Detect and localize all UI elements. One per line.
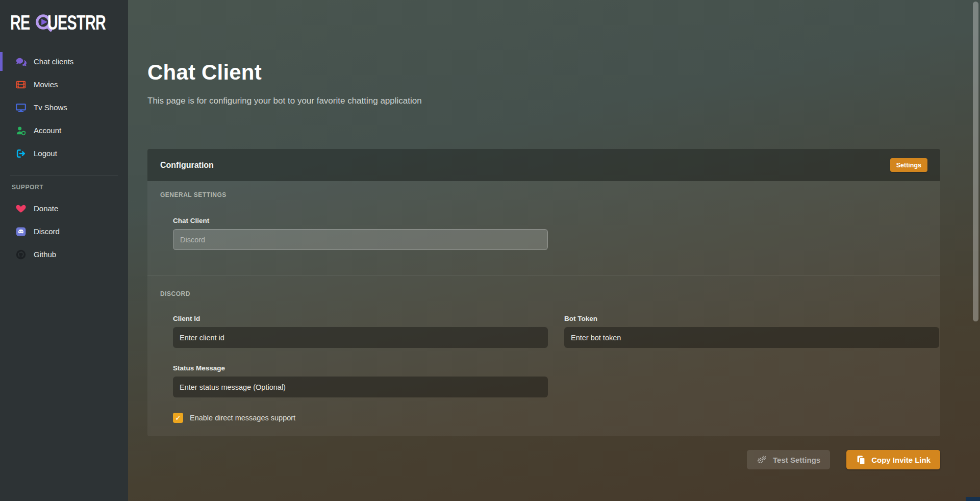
sidebar-item-label: Chat clients — [34, 57, 73, 66]
bot-token-field-group: Bot Token — [564, 315, 939, 348]
dm-support-label: Enable direct messages support — [190, 414, 295, 422]
sidebar: RE UESTRR Chat clients — [0, 0, 128, 501]
sidebar-item-label: Donate — [34, 204, 58, 213]
sidebar-item-label: Github — [34, 250, 56, 259]
copy-icon — [856, 455, 866, 465]
logo-text-pre: RE — [10, 12, 30, 33]
section-divider — [147, 275, 940, 275]
discord-icon — [15, 226, 27, 237]
sidebar-item-account[interactable]: Account — [0, 119, 128, 142]
page-subtitle: This page is for configuring your bot to… — [147, 96, 940, 106]
sidebar-divider — [10, 175, 118, 176]
sidebar-item-github[interactable]: Github — [0, 243, 128, 266]
sidebar-item-label: Tv Shows — [34, 103, 67, 112]
page-title: Chat Client — [147, 0, 940, 85]
sidebar-item-discord[interactable]: Discord — [0, 220, 128, 243]
dm-support-checkbox[interactable] — [173, 413, 183, 423]
sidebar-item-tv-shows[interactable]: Tv Shows — [0, 96, 128, 119]
support-section-header: SUPPORT — [0, 184, 128, 191]
copy-invite-link-button[interactable]: Copy Invite Link — [846, 450, 940, 469]
sidebar-item-donate[interactable]: Donate — [0, 197, 128, 220]
film-icon — [15, 79, 27, 90]
test-settings-label: Test Settings — [773, 456, 820, 464]
dm-support-row: Enable direct messages support — [173, 413, 938, 423]
sidebar-nav: Chat clients Movies — [0, 50, 128, 165]
user-shield-icon — [15, 125, 27, 136]
client-id-field-group: Client Id — [173, 315, 548, 348]
configuration-card-header: Configuration Settings — [147, 149, 940, 181]
sign-out-icon — [15, 148, 27, 159]
client-id-label: Client Id — [173, 315, 548, 322]
gears-icon — [757, 455, 767, 465]
chat-client-select[interactable] — [173, 229, 548, 250]
sidebar-item-label: Account — [34, 126, 61, 135]
discord-section-title: Discord — [160, 290, 927, 297]
settings-button[interactable]: Settings — [890, 158, 927, 172]
tv-icon — [15, 102, 27, 113]
logo-text-post: UESTRR — [47, 12, 106, 33]
vertical-scrollbar-thumb[interactable] — [973, 2, 978, 321]
action-buttons-row: Test Settings Copy Invite Link — [147, 450, 940, 469]
sidebar-support-nav: Donate Discord Github — [0, 197, 128, 266]
configuration-card: Configuration Settings General Settings … — [147, 149, 940, 436]
copy-invite-link-label: Copy Invite Link — [871, 456, 931, 464]
chat-client-label: Chat Client — [173, 217, 938, 224]
client-id-input[interactable] — [173, 327, 548, 348]
card-title: Configuration — [160, 161, 214, 170]
bot-token-label: Bot Token — [564, 315, 939, 322]
configuration-card-body: General Settings Chat Client Discord Cli… — [147, 181, 940, 436]
chat-bubbles-icon — [15, 56, 27, 67]
sidebar-item-label: Discord — [34, 227, 60, 236]
corner-sliver — [966, 497, 980, 501]
status-message-label: Status Message — [173, 364, 548, 372]
bot-token-input[interactable] — [564, 327, 939, 348]
main-content: Chat Client This page is for configuring… — [128, 0, 980, 501]
status-message-input[interactable] — [173, 377, 548, 397]
general-settings-section-title: General Settings — [160, 191, 927, 198]
sidebar-item-label: Logout — [34, 149, 57, 158]
test-settings-button[interactable]: Test Settings — [747, 450, 830, 469]
heart-icon — [15, 203, 27, 214]
app-logo[interactable]: RE UESTRR — [0, 0, 128, 37]
github-icon — [15, 249, 27, 260]
sidebar-item-chat-clients[interactable]: Chat clients — [0, 50, 128, 73]
sidebar-item-label: Movies — [34, 80, 58, 89]
sidebar-item-movies[interactable]: Movies — [0, 73, 128, 96]
status-message-field-group: Status Message — [173, 364, 548, 397]
sidebar-item-logout[interactable]: Logout — [0, 142, 128, 165]
